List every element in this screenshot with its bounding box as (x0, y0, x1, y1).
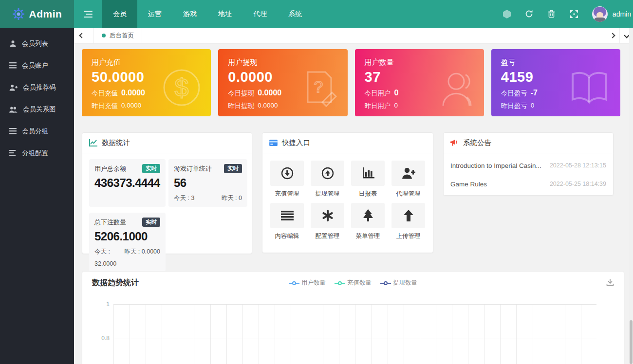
sidebar: 会员列表 会员账户 会员推荐码 会员关系图 会员分组 分组配置 (0, 28, 74, 364)
app-title: Admin (29, 8, 62, 20)
dollar-circle-icon: $ (161, 67, 202, 108)
realtime-badge: 实时 (142, 164, 160, 173)
fullscreen-icon[interactable] (563, 0, 585, 28)
sidebar-item-group-config[interactable]: 分组配置 (0, 142, 74, 164)
line-chart-icon (89, 139, 97, 146)
chevron-left-icon (79, 33, 84, 38)
refresh-icon[interactable] (518, 0, 540, 28)
chart-plot-area (113, 304, 596, 364)
stat-card-withdraw: 用户提现 0.0000 今日提现0.0000 昨日提现0.0000 ? (218, 49, 347, 116)
system-announcement-panel: 系统公告 Introduction to Imperial Casin... 2… (443, 132, 614, 196)
list-icon (9, 128, 17, 134)
trend-chart-panel: 数据趋势统计 用户数量 充值数量 提现数量 (82, 271, 624, 364)
page-scrollbar (629, 28, 633, 364)
legend-recharge-count[interactable]: 充值数量 (335, 279, 372, 287)
username-label[interactable]: admin (613, 10, 631, 18)
trash-icon[interactable] (540, 0, 563, 28)
menu-item-address[interactable]: 地址 (207, 0, 242, 28)
sidebar-item-member-account[interactable]: 会员账户 (0, 55, 74, 76)
asterisk-icon (322, 210, 334, 221)
panels-row: 数据统计 用户总余额 实时 436373.4444 游戏订单统计 实时 56 (82, 132, 620, 254)
users-icon (9, 106, 18, 113)
realtime-badge: 实时 (142, 218, 160, 227)
legend-withdraw-count[interactable]: 提现数量 (380, 279, 417, 287)
quick-entry-upload[interactable]: 上传管理 (391, 203, 425, 240)
chevron-down-icon (624, 33, 629, 38)
sidebar-item-member-refcode[interactable]: 会员推荐码 (0, 76, 74, 98)
sidebar-item-member-group[interactable]: 会员分组 (0, 120, 74, 142)
menu-item-system[interactable]: 系统 (278, 0, 313, 28)
menu-item-game[interactable]: 游戏 (172, 0, 207, 28)
tab-dashboard-home[interactable]: 后台首页 (93, 28, 142, 43)
realtime-badge: 实时 (224, 164, 242, 173)
top-navbar: Admin 会员 运营 游戏 地址 代理 系统 (0, 0, 633, 28)
quick-entry-recharge[interactable]: 充值管理 (270, 161, 304, 198)
avatar[interactable] (592, 6, 608, 22)
stat-card-recharge: 用户充值 50.0000 今日充值0.0000 昨日充值0.0000 $ (82, 49, 211, 116)
menu-item-operation[interactable]: 运营 (137, 0, 172, 28)
chevron-right-icon (610, 33, 615, 38)
stat-card-users: 用户数量 37 今日用户0 昨日用户0 (355, 49, 484, 116)
open-book-icon (567, 68, 612, 106)
sidebar-collapse-icon[interactable] (74, 0, 102, 28)
hexagon-icon[interactable] (496, 0, 518, 28)
card-icon (269, 140, 278, 146)
active-tab-dot-icon (102, 34, 106, 37)
svg-text:$: $ (175, 73, 189, 102)
quick-entry-daily-report[interactable]: 日报表 (351, 161, 385, 198)
stat-box-total-bets: 总下注数量 实时 5206.1000 今天 : 昨天 : 0.0000 32.0… (89, 213, 166, 272)
bar-chart-icon (362, 167, 374, 179)
tabs-bar: 后台首页 (74, 28, 633, 44)
quick-entry-agent[interactable]: 代理管理 (391, 161, 425, 198)
circle-arrow-down-icon (281, 167, 294, 180)
chart-legend: 用户数量 充值数量 提现数量 (82, 279, 624, 287)
stat-box-total-balance: 用户总余额 实时 436373.4444 (89, 159, 166, 207)
chart-title: 数据趋势统计 (92, 278, 139, 288)
sidebar-item-member-list[interactable]: 会员列表 (0, 33, 74, 55)
legend-line-circle-icon (289, 281, 299, 285)
tab-scroll-right-button[interactable] (605, 28, 619, 43)
megaphone-icon (450, 139, 459, 146)
legend-user-count[interactable]: 用户数量 (289, 279, 326, 287)
user-plus-icon (9, 84, 18, 91)
quick-entry-panel: 快捷入口 充值管理 提现管理 日报表 代理管理 (262, 132, 433, 253)
tree-icon (362, 209, 374, 222)
app-logo[interactable]: Admin (0, 0, 74, 28)
menu-item-agent[interactable]: 代理 (242, 0, 278, 28)
svg-text:?: ? (314, 77, 323, 96)
quick-entry-menu[interactable]: 菜单管理 (351, 203, 385, 240)
main-menu: 会员 运营 游戏 地址 代理 系统 (102, 0, 313, 28)
legend-line-circle-icon (380, 281, 391, 285)
quick-entry-withdraw[interactable]: 提现管理 (311, 161, 344, 198)
list-icon (9, 62, 17, 69)
menu-lines-icon (281, 211, 294, 220)
circle-arrow-up-icon (321, 167, 334, 180)
announcement-row[interactable]: Game Rules 2022-05-25 18:14:39 (450, 175, 606, 193)
main-content: 用户充值 50.0000 今日充值0.0000 昨日充值0.0000 $ 用户提… (74, 44, 629, 364)
arrow-up-icon (403, 210, 414, 221)
announcement-row[interactable]: Introduction to Imperial Casin... 2022-0… (450, 156, 606, 175)
user-plus-icon (402, 167, 415, 179)
user-icon (9, 40, 17, 47)
scrollbar-thumb[interactable] (630, 320, 633, 364)
users-outline-icon (433, 67, 475, 109)
menu-item-member[interactable]: 会员 (102, 0, 137, 28)
stat-box-game-orders: 游戏订单统计 实时 56 今天 : 3 昨天 : 0 (168, 159, 247, 207)
download-chart-icon[interactable] (606, 278, 614, 288)
y-axis-tick: 0.8 (95, 335, 110, 342)
stat-cards-row: 用户充值 50.0000 今日充值0.0000 昨日充值0.0000 $ 用户提… (82, 49, 620, 116)
gear-logo-icon (12, 8, 25, 20)
y-axis-tick: 1 (95, 301, 110, 308)
quick-entry-config[interactable]: 配置管理 (311, 203, 344, 240)
legend-line-circle-icon (335, 281, 345, 285)
stat-card-profit: 盈亏 4159 今日盈亏-7 昨日盈亏0 (491, 49, 620, 116)
sidebar-item-member-graph[interactable]: 会员关系图 (0, 98, 74, 120)
align-left-icon (9, 150, 17, 156)
data-statistics-panel: 数据统计 用户总余额 实时 436373.4444 游戏订单统计 实时 56 (82, 132, 252, 254)
document-question-icon: ? (300, 67, 339, 108)
tab-scroll-left-button[interactable] (74, 28, 90, 43)
quick-entry-content-edit[interactable]: 内容编辑 (270, 203, 304, 240)
